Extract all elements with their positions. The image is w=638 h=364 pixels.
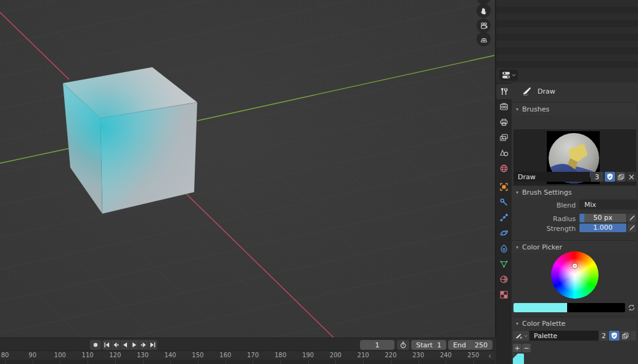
- ruler-label: 90: [28, 352, 36, 358]
- disclosure-triangle-icon: ▾: [516, 245, 518, 250]
- ruler-label: 160: [219, 352, 231, 358]
- hand-pan-icon[interactable]: [476, 4, 491, 18]
- blender-window: 1 Start 1 End 250 8090100110120130140150…: [0, 0, 638, 364]
- tab-view-layer[interactable]: [496, 130, 512, 145]
- ruler-tick: [170, 360, 171, 364]
- section-header-brush-settings[interactable]: ▾ Brush Settings: [512, 185, 636, 198]
- tab-render[interactable]: [496, 99, 512, 115]
- tab-object[interactable]: [496, 179, 512, 195]
- palette-users-count[interactable]: 2: [599, 331, 608, 341]
- brush-name-field[interactable]: Draw: [513, 172, 590, 182]
- frame-start-field[interactable]: Start 1: [411, 340, 446, 350]
- color-wheel[interactable]: [551, 251, 599, 299]
- palette-browse-button[interactable]: [513, 331, 529, 341]
- ruler-label: 210: [358, 352, 369, 358]
- strength-slider[interactable]: 1.000: [579, 224, 626, 232]
- perspective-grid-icon[interactable]: [476, 32, 491, 46]
- viewport-canvas[interactable]: [0, 0, 495, 338]
- tab-tool[interactable]: [496, 84, 512, 99]
- section-header-color-palette[interactable]: ▾ Color Palette: [512, 317, 636, 330]
- tab-object-data[interactable]: [496, 256, 512, 272]
- brush-users-count[interactable]: 3: [591, 172, 603, 182]
- ruler-label: 120: [109, 352, 121, 358]
- brush-name: Draw: [518, 173, 536, 181]
- tab-physics[interactable]: [496, 225, 512, 241]
- ruler-label: 140: [165, 352, 176, 358]
- tab-world[interactable]: [496, 161, 512, 176]
- ruler-label: 200: [330, 352, 341, 358]
- tab-particles[interactable]: [496, 210, 512, 225]
- palette-icon: [515, 332, 523, 339]
- palette-extra-button[interactable]: [631, 331, 636, 341]
- auto-keying-stopwatch-button[interactable]: [397, 340, 409, 350]
- selected-swatch-fold: [513, 354, 518, 358]
- ruler-tick: [335, 360, 336, 364]
- timeline-track[interactable]: [0, 360, 495, 364]
- tab-constraints[interactable]: [496, 241, 512, 256]
- section-label: Color Palette: [522, 320, 565, 328]
- tab-texture[interactable]: [496, 287, 512, 302]
- section-header-brushes[interactable]: ▾ Brushes: [512, 102, 636, 115]
- camera-view-icon[interactable]: [476, 18, 491, 33]
- blend-mode-dropdown[interactable]: Mix: [579, 200, 638, 209]
- ruler-tick: [308, 360, 309, 364]
- viewport-3d[interactable]: [0, 0, 496, 338]
- strength-pressure-icon[interactable]: [628, 224, 636, 232]
- color-wheel-cursor[interactable]: [573, 264, 577, 268]
- editor-type-button[interactable]: [499, 70, 518, 81]
- frame-start-label: Start: [416, 341, 433, 349]
- frame-end-field[interactable]: End 250: [448, 340, 493, 350]
- tab-output[interactable]: [496, 115, 512, 130]
- properties-content: Draw ▾ Brushes: [512, 83, 638, 364]
- properties-editor-icon: [502, 71, 511, 79]
- disclosure-triangle-icon: ▾: [516, 190, 518, 195]
- palette-fake-user-shield-button[interactable]: [609, 331, 620, 341]
- tab-modifiers[interactable]: [496, 195, 512, 210]
- radius-pressure-icon[interactable]: [628, 214, 636, 222]
- jump-to-start-button[interactable]: [102, 340, 112, 350]
- jump-to-end-button[interactable]: [149, 340, 157, 350]
- disclosure-triangle-icon: ▾: [516, 107, 518, 112]
- chevron-down-icon: [512, 73, 516, 77]
- palette-color-swatch[interactable]: [513, 354, 524, 364]
- ruler-tick: [5, 360, 6, 364]
- add-color-button[interactable]: +: [513, 344, 521, 352]
- ruler-label: 250: [467, 352, 479, 358]
- play-reverse-button[interactable]: [121, 340, 130, 350]
- color-value-slider[interactable]: [513, 303, 625, 312]
- ruler-label: 220: [385, 352, 396, 358]
- active-tool-name: Draw: [538, 87, 555, 95]
- timeline-ruler[interactable]: 8090100110120130140150160170180190200210…: [0, 350, 495, 360]
- section-label: Brush Settings: [522, 188, 571, 196]
- remove-color-button[interactable]: −: [522, 344, 531, 352]
- color-value-fill: [513, 303, 567, 312]
- ruler-tick: [226, 360, 226, 364]
- ruler-tick: [473, 360, 474, 364]
- play-button[interactable]: [130, 340, 139, 350]
- fake-user-shield-button[interactable]: [605, 172, 615, 182]
- duplicate-palette-button[interactable]: [620, 331, 630, 341]
- properties-tab-strip: [496, 83, 512, 364]
- current-frame-field[interactable]: 1: [360, 340, 395, 350]
- outliner-editor[interactable]: [496, 0, 638, 68]
- tab-material[interactable]: [496, 272, 512, 287]
- next-keyframe-button[interactable]: [139, 340, 149, 350]
- radius-slider[interactable]: 50 px: [579, 214, 626, 222]
- ruler-label: 130: [137, 352, 149, 358]
- record-button[interactable]: [90, 340, 101, 350]
- collapse-arrow-icon[interactable]: ‹: [488, 352, 491, 360]
- ruler-tick: [60, 360, 60, 364]
- unlink-brush-button[interactable]: [626, 172, 636, 182]
- ruler-label: 240: [440, 352, 452, 358]
- properties-editor: Draw ▾ Brushes: [496, 68, 638, 364]
- ruler-label: 180: [274, 352, 286, 358]
- tab-scene[interactable]: [496, 145, 512, 161]
- strength-value: 1.000: [579, 224, 626, 232]
- previous-keyframe-button[interactable]: [112, 340, 121, 350]
- ruler-tick: [363, 360, 364, 364]
- palette-name-field[interactable]: Palette: [530, 331, 599, 341]
- swap-colors-icon[interactable]: [626, 303, 636, 312]
- duplicate-brush-button[interactable]: [616, 172, 626, 182]
- frame-end-value: 250: [475, 341, 488, 349]
- ruler-label: 190: [302, 352, 314, 358]
